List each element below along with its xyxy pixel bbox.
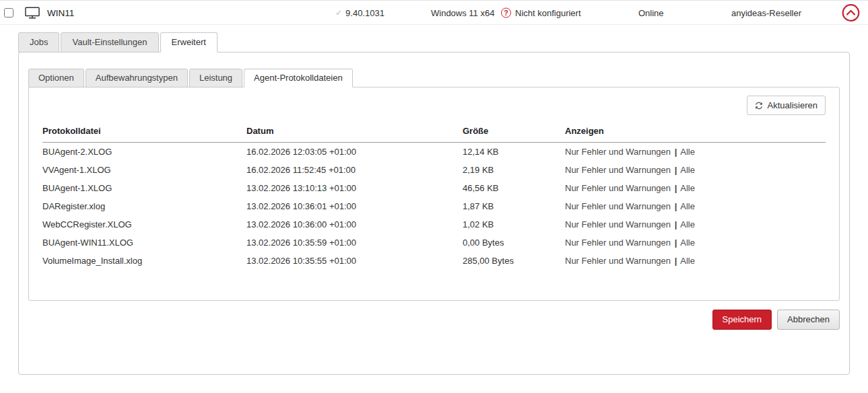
log-view-cell: Nur Fehler und Warnungen | Alle	[565, 215, 826, 234]
device-name: WIN11	[47, 7, 74, 17]
tab-vault-einstellungen[interactable]: Vault-Einstellungen	[61, 32, 158, 52]
table-row: BUAgent-WIN11.XLOG 13.02.2026 10:35:59 +…	[42, 234, 826, 252]
log-date: 13.02.2026 10:36:00 +01:00	[246, 215, 463, 234]
log-view-cell: Nur Fehler und Warnungen | Alle	[565, 234, 826, 252]
column-header-size: Größe	[463, 120, 565, 143]
log-date: 16.02.2026 12:03:05 +01:00	[246, 143, 463, 162]
device-header: WIN11 ✓ 9.40.1031 Windows 11 x64 ? Nicht…	[0, 0, 868, 25]
refresh-row: Aktualisieren	[42, 96, 826, 115]
log-size: 12,14 KB	[463, 143, 565, 162]
view-errors-link[interactable]: Nur Fehler und Warnungen	[565, 165, 671, 175]
check-icon: ✓	[335, 8, 342, 17]
sub-tabbar: Optionen Aufbewahrungstypen Leistung Age…	[28, 69, 840, 87]
version-text: 9.40.1031	[345, 7, 385, 17]
footer-buttons: Speichern Abbrechen	[28, 310, 840, 330]
site-label: anyideas-Reseller	[731, 7, 801, 17]
view-errors-link[interactable]: Nur Fehler und Warnungen	[565, 183, 671, 193]
view-all-link[interactable]: Alle	[680, 147, 695, 157]
log-file-name: BUAgent-1.XLOG	[42, 179, 246, 197]
log-size: 1,02 KB	[463, 215, 565, 234]
log-date: 13.02.2026 10:36:01 +01:00	[246, 197, 463, 215]
view-all-link[interactable]: Alle	[680, 165, 695, 175]
table-row: BUAgent-2.XLOG 16.02.2026 12:03:05 +01:0…	[42, 143, 826, 162]
view-errors-link[interactable]: Nur Fehler und Warnungen	[565, 147, 671, 157]
refresh-button[interactable]: Aktualisieren	[747, 96, 826, 115]
log-file-name: BUAgent-2.XLOG	[42, 143, 246, 162]
tab-erweitert[interactable]: Erweitert	[160, 32, 218, 52]
view-all-link[interactable]: Alle	[680, 201, 695, 211]
log-file-name: WebCCRegister.XLOG	[42, 215, 246, 234]
main-area: Jobs Vault-Einstellungen Erweitert Optio…	[0, 25, 868, 375]
log-size: 0,00 Bytes	[463, 234, 565, 252]
log-table-body: BUAgent-2.XLOG 16.02.2026 12:03:05 +01:0…	[42, 143, 826, 271]
tab-leistung[interactable]: Leistung	[189, 69, 242, 87]
view-separator: |	[675, 238, 677, 248]
log-view-cell: Nur Fehler und Warnungen | Alle	[565, 252, 826, 270]
table-row: WebCCRegister.XLOG 13.02.2026 10:36:00 +…	[42, 215, 826, 234]
refresh-icon	[755, 102, 763, 110]
view-all-link[interactable]: Alle	[680, 219, 695, 229]
view-errors-link[interactable]: Nur Fehler und Warnungen	[565, 219, 671, 229]
config-status-label: Nicht konfiguriert	[515, 7, 581, 17]
table-row: VVAgent-1.XLOG 16.02.2026 11:52:45 +01:0…	[42, 161, 826, 179]
log-file-name: VolumeImage_Install.xlog	[42, 252, 246, 270]
log-file-name: VVAgent-1.XLOG	[42, 161, 246, 179]
config-status: ? Nicht konfiguriert	[501, 7, 581, 17]
table-row: VolumeImage_Install.xlog 13.02.2026 10:3…	[42, 252, 826, 270]
tab-optionen[interactable]: Optionen	[28, 69, 84, 87]
log-date: 13.02.2026 10:35:55 +01:00	[246, 252, 463, 270]
log-size: 46,56 KB	[463, 179, 565, 197]
refresh-label: Aktualisieren	[768, 100, 817, 110]
log-size: 1,87 KB	[463, 197, 565, 215]
view-separator: |	[675, 165, 677, 175]
table-row: BUAgent-1.XLOG 13.02.2026 13:10:13 +01:0…	[42, 179, 826, 197]
column-header-view: Anzeigen	[565, 120, 826, 143]
table-header-row: Protokolldatei Datum Größe Anzeigen	[42, 120, 826, 143]
log-view-cell: Nur Fehler und Warnungen | Alle	[565, 161, 826, 179]
collapse-button[interactable]	[842, 3, 860, 22]
view-errors-link[interactable]: Nur Fehler und Warnungen	[565, 238, 671, 248]
view-errors-link[interactable]: Nur Fehler und Warnungen	[565, 201, 671, 211]
cancel-button[interactable]: Abbrechen	[777, 310, 840, 330]
log-date: 16.02.2026 11:52:45 +01:00	[246, 161, 463, 179]
column-header-file: Protokolldatei	[42, 120, 246, 143]
log-date: 13.02.2026 13:10:13 +01:00	[246, 179, 463, 197]
main-tabbar: Jobs Vault-Einstellungen Erweitert	[18, 32, 850, 52]
view-separator: |	[675, 219, 677, 229]
agent-version: ✓ 9.40.1031	[335, 7, 385, 17]
view-separator: |	[675, 256, 677, 266]
view-all-link[interactable]: Alle	[680, 183, 695, 193]
column-header-date: Datum	[246, 120, 463, 143]
computer-icon	[25, 6, 40, 19]
os-label: Windows 11 x64	[431, 7, 494, 17]
tab-agent-protokolldateien[interactable]: Agent-Protokolldateien	[244, 69, 353, 87]
view-all-link[interactable]: Alle	[680, 256, 695, 266]
view-all-link[interactable]: Alle	[680, 238, 695, 248]
view-separator: |	[675, 147, 677, 157]
log-view-cell: Nur Fehler und Warnungen | Alle	[565, 179, 826, 197]
view-separator: |	[675, 201, 677, 211]
save-button[interactable]: Speichern	[712, 310, 772, 330]
log-files-panel: Aktualisieren Protokolldatei Datum Größe…	[28, 87, 840, 301]
log-view-cell: Nur Fehler und Warnungen | Alle	[565, 197, 826, 215]
log-size: 2,19 KB	[463, 161, 565, 179]
status-label: Online	[638, 7, 664, 17]
log-date: 13.02.2026 10:35:59 +01:00	[246, 234, 463, 252]
log-view-cell: Nur Fehler und Warnungen | Alle	[565, 143, 826, 162]
log-file-name: BUAgent-WIN11.XLOG	[42, 234, 246, 252]
device-checkbox[interactable]	[4, 8, 13, 17]
view-errors-link[interactable]: Nur Fehler und Warnungen	[565, 256, 671, 266]
tab-aufbewahrungstypen[interactable]: Aufbewahrungstypen	[86, 69, 188, 87]
question-icon[interactable]: ?	[501, 7, 511, 17]
table-row: DARegister.xlog 13.02.2026 10:36:01 +01:…	[42, 197, 826, 215]
view-separator: |	[675, 183, 677, 193]
log-files-table: Protokolldatei Datum Größe Anzeigen BUAg…	[42, 120, 826, 270]
tab-jobs[interactable]: Jobs	[18, 32, 59, 52]
erweitert-panel: Optionen Aufbewahrungstypen Leistung Age…	[18, 52, 850, 375]
log-file-name: DARegister.xlog	[42, 197, 246, 215]
log-size: 285,00 Bytes	[463, 252, 565, 270]
